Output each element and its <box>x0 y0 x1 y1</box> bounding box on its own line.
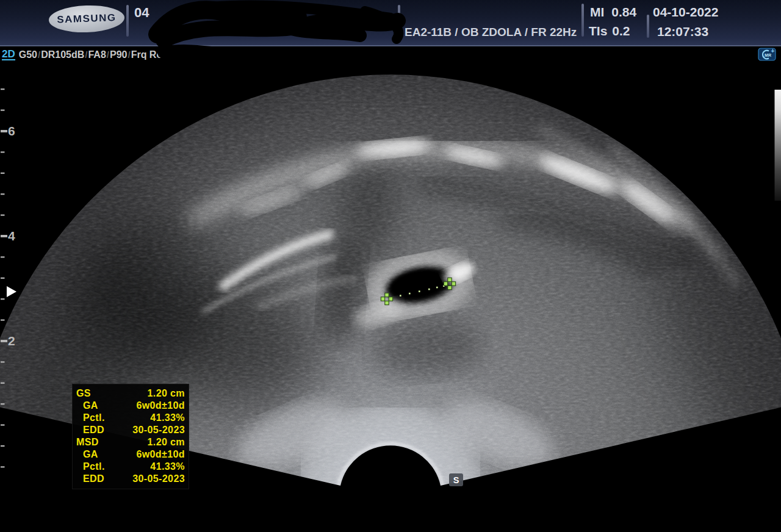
measurement-value: 6w0d±10d <box>136 448 185 461</box>
measurement-row: MSD1.20 cm <box>76 436 185 448</box>
measurement-row: EDD30-05-2023 <box>76 473 185 485</box>
measurement-value: 1.20 cm <box>147 436 185 448</box>
measurement-value: 1.20 cm <box>147 387 185 400</box>
measurement-value: 41.33% <box>150 461 185 473</box>
tgc-gradient-bar <box>775 90 781 201</box>
measurement-label: GS <box>76 387 91 400</box>
orientation-marker-label: S <box>453 475 459 485</box>
measurement-value: 6w0d±10d <box>136 400 185 412</box>
measurement-label: EDD <box>83 424 104 436</box>
measurement-row: Pctl.41.33% <box>76 461 185 473</box>
measurement-label: GA <box>83 448 98 461</box>
measurement-label: EDD <box>83 473 104 485</box>
measurement-results-box: GS1.20 cmGA6w0d±10dPctl.41.33%EDD30-05-2… <box>72 384 189 489</box>
measurement-label: GA <box>83 400 98 412</box>
ruler-ticks <box>1 88 7 467</box>
ultrasound-screen: 6 4 2 <box>0 0 781 532</box>
measurement-label: Pctl. <box>83 412 105 424</box>
measurement-value: 41.33% <box>150 412 185 424</box>
measurement-row: EDD30-05-2023 <box>76 424 185 436</box>
ruler-label-4: 4 <box>8 229 15 243</box>
measurement-value: 30-05-2023 <box>132 473 185 485</box>
measurement-row: Pctl.41.33% <box>76 412 185 424</box>
measurement-value: 30-05-2023 <box>132 424 185 436</box>
measurement-row: GA6w0d±10d <box>76 400 185 412</box>
ruler-label-2: 2 <box>8 334 15 348</box>
orientation-marker: S <box>449 473 463 486</box>
redaction-scribble <box>0 0 781 79</box>
ruler-label-6: 6 <box>8 124 15 138</box>
focus-marker-arrow <box>7 286 16 297</box>
depth-ruler: 6 4 2 <box>1 88 15 467</box>
measurement-row: GA6w0d±10d <box>76 448 185 461</box>
measurement-label: Pctl. <box>83 461 105 473</box>
measurement-row: GS1.20 cm <box>76 387 185 400</box>
measurement-label: MSD <box>76 436 99 448</box>
